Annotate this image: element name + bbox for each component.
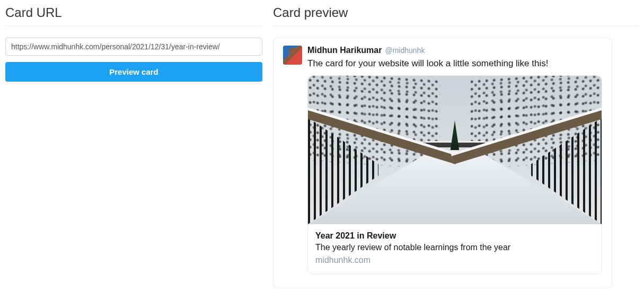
card-url-heading: Card URL [5,5,262,26]
tweet-names: Midhun Harikumar @midhunhk [307,46,602,55]
preview-card-button[interactable]: Preview card [5,62,262,82]
avatar [283,46,302,65]
tweet-preview: Midhun Harikumar @midhunhk The card for … [273,38,612,288]
page-layout: Card URL Preview card Card preview Midhu… [5,5,639,288]
card-image [308,76,602,224]
card-domain: midhunhk.com [315,256,594,265]
author-handle: @midhunhk [385,46,425,55]
card-meta: Year 2021 in Review The yearly review of… [308,224,602,274]
author-name: Midhun Harikumar [307,46,382,55]
card-description: The yearly review of notable learnings f… [315,243,594,252]
summary-card[interactable]: Year 2021 in Review The yearly review of… [307,75,602,274]
tweet-header: Midhun Harikumar @midhunhk The card for … [283,46,602,274]
card-url-panel: Card URL Preview card [5,5,262,288]
card-preview-heading: Card preview [273,5,639,26]
card-url-input[interactable] [5,38,262,56]
card-title: Year 2021 in Review [315,231,594,241]
card-preview-panel: Card preview Midhun Harikumar @midhunhk … [273,5,639,288]
tweet-body: Midhun Harikumar @midhunhk The card for … [307,46,602,274]
tweet-text: The card for your website will look a li… [307,58,602,69]
